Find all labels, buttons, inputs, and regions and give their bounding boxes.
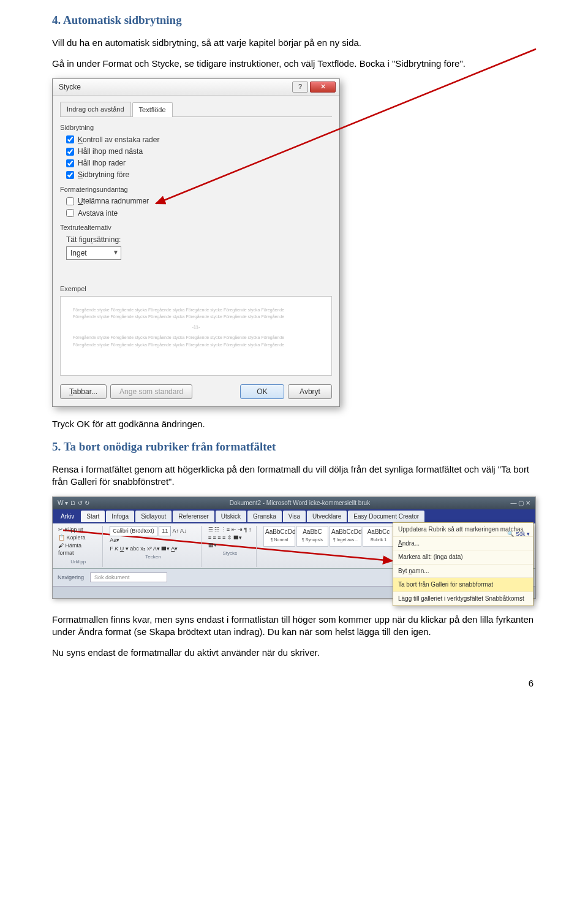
- tab-visa[interactable]: Visa: [283, 511, 306, 523]
- section4-p2: Gå in under Format och Stycke, se tidiga…: [52, 58, 536, 70]
- cb-hall-ihop-nasta[interactable]: [66, 148, 74, 156]
- preview-mid: -11-: [73, 324, 319, 330]
- tabs-button[interactable]: Tabbar...: [60, 384, 107, 399]
- cb-sidbrytning-fore-label: Sidbrytning före: [78, 170, 129, 180]
- window-titlebar: W ▾ 🗋 ↺ ↻ Dokument2 - Microsoft Word ick…: [53, 497, 535, 509]
- cm-lagg-till-qat[interactable]: Lägg till galleriet i verktygsfältet Sna…: [393, 592, 533, 606]
- nav-label: Navigering: [58, 574, 84, 581]
- window-title: Dokument2 - Microsoft Word icke-kommersi…: [230, 499, 370, 508]
- para-row1[interactable]: ☰ ☷ ⋮≡ ⇤ ⇥ ¶ ↕: [208, 526, 252, 533]
- preview-box: Föregående stycke Föregående stycka Före…: [60, 296, 332, 376]
- ok-button[interactable]: OK: [240, 384, 284, 399]
- cb-utelamna-radnummer[interactable]: [66, 197, 74, 205]
- cb-avstava-inte-label: Avstava inte: [78, 208, 118, 218]
- group-tecken-label: Tecken: [110, 554, 197, 561]
- tab-start[interactable]: Start: [81, 511, 105, 523]
- group-tecken: Calibri (Brödtext) 11 A↑ A↓ Aa▾ F K U ▾ …: [108, 526, 202, 566]
- section5-p3: Nu syns endast de formatmallar du aktivt…: [52, 647, 536, 659]
- group-formateringsundantag: Formateringsundantag: [60, 185, 332, 194]
- word-ribbon-screenshot: W ▾ 🗋 ↺ ↻ Dokument2 - Microsoft Word ick…: [52, 496, 536, 598]
- qat-icons: W ▾ 🗋 ↺ ↻: [58, 499, 89, 508]
- tab-sidlayout[interactable]: Sidlayout: [135, 511, 172, 523]
- cm-byt-namn[interactable]: Byt namn...: [393, 565, 533, 579]
- cb-kontroll-enstaka[interactable]: [66, 135, 74, 143]
- tab-utskick[interactable]: Utskick: [216, 511, 246, 523]
- tab-easy-doc[interactable]: Easy Document Creator: [348, 511, 424, 523]
- section5-p1: Rensa i formatfältet genom att högerklic…: [52, 463, 536, 489]
- default-button[interactable]: Ange som standard: [110, 384, 192, 399]
- group-stycke-label: Stycke: [208, 550, 252, 557]
- page-number: 6: [52, 677, 536, 690]
- preview-line2: Föregående stycke Föregående stycka Före…: [73, 313, 319, 320]
- tight-wrap-select[interactable]: Inget ▼: [66, 246, 121, 260]
- stycke-dialog: Stycke ? ✕ Indrag och avstånd Textflöde …: [52, 78, 340, 407]
- group-exempel: Exempel: [60, 284, 332, 294]
- dialog-close-button[interactable]: ✕: [310, 82, 336, 93]
- group-stycke: ☰ ☷ ⋮≡ ⇤ ⇥ ¶ ↕ ≡ ≡ ≡ ≡ ⇕ ⯀▾ ▦▾ Stycke: [206, 526, 257, 566]
- chevron-down-icon: ▼: [113, 248, 119, 257]
- para-row2[interactable]: ≡ ≡ ≡ ≡ ⇕ ⯀▾ ▦▾: [208, 534, 252, 549]
- stycke-dialog-wrap: Stycke ? ✕ Indrag och avstånd Textflöde …: [52, 78, 536, 407]
- tight-wrap-label: Tät figursättning:: [66, 235, 121, 245]
- cb-avstava-inte[interactable]: [66, 209, 74, 217]
- dialog-help-button[interactable]: ?: [292, 82, 308, 93]
- preview-line4: Föregående stycke Föregående stycka Före…: [73, 341, 319, 348]
- cm-andra[interactable]: Ändra...: [393, 537, 533, 551]
- format-painter-button[interactable]: 🖌 Hämta format: [58, 542, 98, 557]
- tab-indrag[interactable]: Indrag och avstånd: [60, 102, 131, 116]
- tab-granska[interactable]: Granska: [247, 511, 282, 523]
- copy-button[interactable]: 📋 Kopiera: [58, 534, 98, 542]
- section4-heading: 4. Automatisk sidbrytning: [52, 12, 536, 28]
- preview-line3: Föregående stycke Föregående stycka Före…: [73, 334, 319, 341]
- window-controls[interactable]: — ▢ ✕: [510, 499, 530, 508]
- tab-utvecklare[interactable]: Utvecklare: [307, 511, 347, 523]
- group-urklipp: ✂ Klipp ut 📋 Kopiera 🖌 Hämta format Urkl…: [56, 526, 103, 566]
- section5-heading: 5. Ta bort onödiga rubriker från formatf…: [52, 439, 536, 455]
- dialog-title: Stycke: [59, 82, 81, 92]
- tab-referenser[interactable]: Referenser: [173, 511, 214, 523]
- font-format-row[interactable]: F K U ▾ abc x₂ x² A▾ ⯀▾ A▾: [110, 545, 197, 552]
- cm-ta-bort-galleri[interactable]: Ta bort från Galleri för snabbformat: [393, 578, 533, 592]
- section5-p2: Formatmallen finns kvar, men syns endast…: [52, 614, 536, 639]
- group-sidbrytning: Sidbrytning: [60, 123, 332, 132]
- tab-infoga[interactable]: Infoga: [106, 511, 134, 523]
- group-textrutealternativ: Textrutealternativ: [60, 223, 332, 232]
- tab-arkiv[interactable]: Arkiv: [55, 511, 80, 523]
- cb-hall-ihop-nasta-label: Håll ihop med nästa: [78, 146, 143, 156]
- group-urklipp-label: Urklipp: [58, 559, 98, 566]
- search-group: 🔍 Sök ▾: [507, 530, 530, 538]
- preview-line: Föregående stycke Föregående stycka Före…: [73, 306, 319, 313]
- style-thumb-1[interactable]: AaBbC¶ Synopsis: [296, 526, 328, 547]
- cb-hall-ihop-rader[interactable]: [66, 159, 74, 167]
- style-thumb-0[interactable]: AaBbCcDd¶ Normal: [263, 526, 295, 547]
- cm-markera-allt[interactable]: Markera allt: (inga data): [393, 550, 533, 565]
- tight-wrap-value: Inget: [70, 249, 87, 257]
- section4-after: Tryck OK för att godkänna ändringen.: [52, 418, 536, 430]
- cb-kontroll-enstaka-label: KKontroll av enstaka raderontroll av ens…: [78, 135, 159, 145]
- font-size-select[interactable]: 11: [159, 526, 171, 536]
- nav-search-input[interactable]: Sök dokument: [90, 572, 167, 582]
- cancel-button[interactable]: Avbryt: [288, 384, 332, 399]
- cut-button[interactable]: ✂ Klipp ut: [58, 526, 98, 534]
- cb-hall-ihop-rader-label: Håll ihop rader: [78, 158, 126, 168]
- font-name-select[interactable]: Calibri (Brödtext): [110, 526, 157, 536]
- tab-textflode[interactable]: Textflöde: [132, 102, 173, 117]
- ribbon-tabs: Arkiv Start Infoga Sidlayout Referenser …: [53, 509, 535, 524]
- dialog-titlebar: Stycke ? ✕: [53, 79, 339, 96]
- style-thumb-2[interactable]: AaBbCcDd¶ Inget avs...: [330, 526, 361, 547]
- section4-p1: Vill du ha en automatisk sidbrytning, så…: [52, 37, 536, 49]
- sok-button[interactable]: 🔍 Sök ▾: [507, 530, 530, 538]
- cb-utelamna-radnummer-label: Utelämna radnummer: [78, 196, 149, 206]
- style-thumb-3[interactable]: AaBbCcRubrik 1: [363, 526, 394, 547]
- cb-sidbrytning-fore[interactable]: [66, 171, 74, 179]
